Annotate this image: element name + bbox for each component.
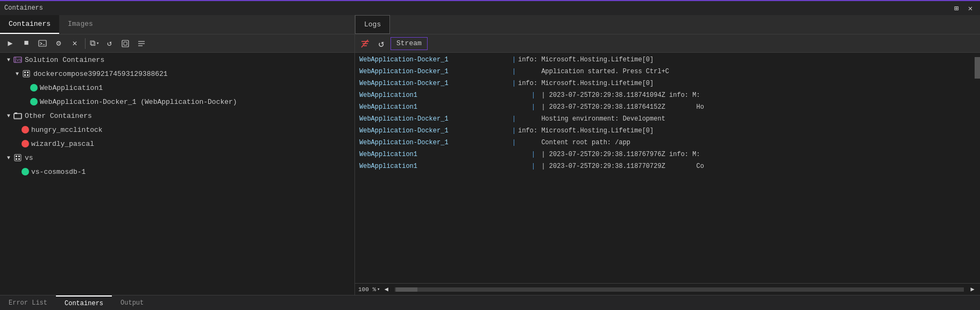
left-panel: Containers Images ▶ ■ ⚙ ✕ ⧉ ▾ <box>0 15 355 295</box>
svg-rect-22 <box>18 158 20 160</box>
copy-dropdown[interactable]: ⧉ ▾ <box>89 37 100 51</box>
stop-button[interactable]: ■ <box>19 37 33 51</box>
status-tab-output[interactable]: Output <box>112 295 152 310</box>
refresh-logs-button[interactable]: ↺ <box>374 37 388 51</box>
section-vs[interactable]: vs <box>0 151 354 165</box>
hungry-mcclintock-label: hungry_mcclintock <box>31 126 103 134</box>
log-line: WebApplication1 | | 2023-07-25T20:29:38.… <box>355 101 980 113</box>
solution-containers-label: Solution Containers <box>25 56 104 64</box>
refresh-button[interactable]: ↺ <box>102 37 116 51</box>
vs-label: vs <box>25 154 33 162</box>
compose-label: dockercompose3992174593129388621 <box>33 70 168 78</box>
chevron-vs <box>4 153 13 162</box>
svg-rect-12 <box>24 74 26 76</box>
settings-button[interactable]: ⚙ <box>52 37 66 51</box>
chevron-solution <box>4 55 13 64</box>
log-content[interactable]: WebApplication-Docker_1 | info: Microsof… <box>355 53 980 283</box>
svg-rect-3 <box>124 42 127 45</box>
svg-rect-10 <box>23 71 30 77</box>
log-line: WebApplication1 | | 2023-07-25T20:29:38.… <box>355 160 980 172</box>
title-bar-left: Containers <box>4 4 43 12</box>
svg-text:VS: VS <box>17 58 21 62</box>
log-scrollbar-track[interactable] <box>975 53 980 283</box>
left-tab-bar: Containers Images <box>0 15 354 34</box>
logs-button[interactable] <box>134 37 148 51</box>
svg-rect-11 <box>24 72 26 73</box>
log-bottom-bar: 100 % ▾ ◀ ▶ <box>355 283 980 295</box>
log-line: WebApplication-Docker_1 | Hosting enviro… <box>355 113 980 125</box>
left-toolbar: ▶ ■ ⚙ ✕ ⧉ ▾ ↺ <box>0 34 354 53</box>
vs-compose-icon <box>13 153 23 163</box>
log-line: WebApplication-Docker_1 | info: Microsof… <box>355 54 980 66</box>
status-dot-green-3 <box>22 168 29 175</box>
scroll-right-button[interactable]: ▶ <box>968 285 977 294</box>
log-scrollbar-thumb[interactable] <box>975 57 980 79</box>
status-bar-tabs: Error List Containers Output <box>0 295 152 310</box>
svg-rect-2 <box>122 40 129 47</box>
webapplication1-label: WebApplication1 <box>40 84 103 92</box>
svg-rect-20 <box>16 158 17 160</box>
webapplication-docker-label: WebApplication-Docker_1 (WebApplication-… <box>40 98 237 106</box>
logs-tab-bar: Logs <box>355 15 980 34</box>
zoom-level: 100 % <box>358 286 376 293</box>
chevron-compose <box>13 69 22 78</box>
log-line: WebApplication-Docker_1 | info: Microsof… <box>355 125 980 137</box>
play-button[interactable]: ▶ <box>3 37 17 51</box>
wizardly-pascal-label: wizardly_pascal <box>31 140 94 148</box>
logs-toolbar: ↺ Stream <box>355 34 980 53</box>
zoom-dropdown[interactable]: 100 % ▾ <box>358 286 380 293</box>
other-containers-label: Other Containers <box>25 112 92 120</box>
svg-rect-21 <box>18 156 20 157</box>
container-webapplication1[interactable]: WebApplication1 <box>0 81 354 95</box>
filter-button[interactable] <box>358 37 372 51</box>
title-text: Containers <box>4 4 43 12</box>
section-solution-containers[interactable]: VS Solution Containers <box>0 53 354 67</box>
compose-icon <box>22 69 31 79</box>
title-bar-controls: ⊞ ✕ <box>951 3 976 13</box>
container-vs-cosmosdb[interactable]: vs-cosmosdb-1 <box>0 165 354 179</box>
pin-button[interactable]: ⊞ <box>951 3 962 13</box>
copy-dropdown-arrow: ▾ <box>96 40 99 46</box>
log-line: WebApplication-Docker_1 | info: Microsof… <box>355 78 980 89</box>
title-bar: Containers ⊞ ✕ <box>0 0 980 15</box>
svg-rect-19 <box>16 156 17 157</box>
container-webapplication-docker[interactable]: WebApplication-Docker_1 (WebApplication-… <box>0 95 354 109</box>
status-tab-error-list[interactable]: Error List <box>0 295 56 310</box>
right-panel: Logs ↺ Stream WebApplication-Docker_1 <box>355 15 980 295</box>
tab-images[interactable]: Images <box>59 15 102 34</box>
log-line: WebApplication1 | | 2023-07-25T20:29:38.… <box>355 89 980 101</box>
delete-button[interactable]: ✕ <box>68 37 82 51</box>
logs-tab[interactable]: Logs <box>355 15 390 34</box>
terminal-button[interactable] <box>35 37 49 51</box>
section-other-containers[interactable]: Other Containers <box>0 109 354 123</box>
solution-icon: VS <box>13 55 23 65</box>
status-dot-red-1 <box>22 126 29 133</box>
container-tree[interactable]: VS Solution Containers docke <box>0 53 354 295</box>
svg-rect-14 <box>27 74 29 76</box>
main-area: Containers Images ▶ ■ ⚙ ✕ ⧉ ▾ <box>0 15 980 295</box>
log-line: WebApplication-Docker_1 | Content root p… <box>355 137 980 149</box>
horizontal-scrollbar-thumb[interactable] <box>396 287 417 292</box>
container-hungry-mcclintock[interactable]: hungry_mcclintock <box>0 123 354 137</box>
status-tab-containers[interactable]: Containers <box>56 295 112 310</box>
svg-rect-18 <box>15 154 21 161</box>
chevron-other <box>4 111 13 120</box>
status-dot-red-2 <box>22 140 29 147</box>
scroll-left-button[interactable]: ◀ <box>382 285 390 294</box>
stream-button[interactable]: Stream <box>390 37 428 50</box>
log-line: WebApplication-Docker_1 | Application st… <box>355 66 980 78</box>
compose-group[interactable]: dockercompose3992174593129388621 <box>0 67 354 81</box>
status-dot-green-2 <box>30 98 38 105</box>
status-dot-green-1 <box>30 84 38 91</box>
svg-rect-0 <box>39 40 46 46</box>
folder-icon <box>13 111 23 121</box>
close-button[interactable]: ✕ <box>965 3 976 13</box>
zoom-dropdown-arrow: ▾ <box>377 286 380 292</box>
svg-rect-17 <box>15 112 17 114</box>
attach-button[interactable] <box>118 37 132 51</box>
svg-rect-13 <box>27 72 29 73</box>
horizontal-scrollbar-track[interactable] <box>395 287 964 292</box>
vs-cosmosdb-label: vs-cosmosdb-1 <box>31 168 86 176</box>
tab-containers[interactable]: Containers <box>0 15 59 34</box>
container-wizardly-pascal[interactable]: wizardly_pascal <box>0 137 354 151</box>
